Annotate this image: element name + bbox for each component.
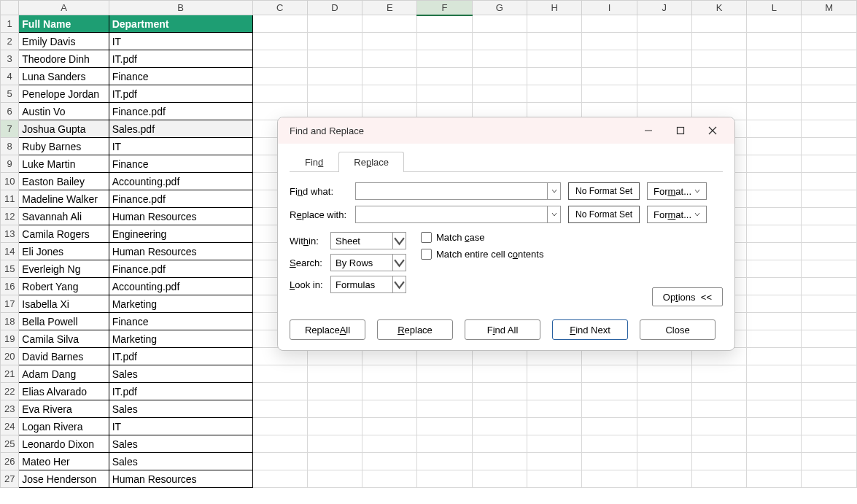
cell[interactable] [362,418,417,435]
cell[interactable] [637,453,691,470]
cell[interactable] [802,453,857,470]
cell[interactable] [802,138,857,155]
cell[interactable] [472,400,527,418]
cell[interactable]: Penelope Jordan [19,85,109,103]
cell[interactable] [417,85,472,103]
cell[interactable] [527,435,582,453]
cell[interactable] [527,50,582,68]
cell[interactable]: IT [109,33,252,50]
cell[interactable] [747,470,802,488]
cell[interactable] [747,365,802,383]
cell[interactable] [691,400,746,418]
cell[interactable] [362,400,417,418]
cell[interactable] [582,435,637,453]
cell[interactable] [582,33,637,50]
row-header-2[interactable]: 2 [1,33,19,50]
cell[interactable]: Sales [109,435,252,453]
cell[interactable]: Sales.pdf [109,120,252,138]
cell[interactable] [582,365,637,383]
chevron-down-icon[interactable] [392,255,406,271]
cell[interactable] [637,33,691,50]
cell[interactable] [802,348,857,365]
cell[interactable] [472,365,527,383]
cell[interactable] [802,470,857,488]
cell[interactable] [362,365,417,383]
cell[interactable] [637,383,691,400]
cell[interactable] [802,225,857,243]
row-header-3[interactable]: 3 [1,50,19,68]
cell[interactable] [362,470,417,488]
cell[interactable]: Mateo Her [19,453,109,470]
row-header-21[interactable]: 21 [1,365,19,383]
cell[interactable] [417,383,472,400]
cell[interactable]: Bella Powell [19,313,109,330]
column-header-F[interactable]: F [417,1,472,15]
column-header-D[interactable]: D [307,1,362,15]
cell[interactable] [307,68,362,85]
cell[interactable] [527,453,582,470]
cell[interactable] [802,435,857,453]
find-what-combo[interactable] [355,182,561,200]
find-next-button[interactable]: Find Next [552,319,628,340]
cell[interactable] [417,400,472,418]
cell[interactable] [747,50,802,68]
cell[interactable] [691,383,746,400]
cell[interactable] [691,470,746,488]
cell[interactable] [747,243,802,260]
cell[interactable] [582,453,637,470]
cell[interactable]: Logan Rivera [19,418,109,435]
cell[interactable] [802,295,857,313]
cell[interactable] [582,85,637,103]
cell[interactable] [307,470,362,488]
cell[interactable] [747,33,802,50]
cell[interactable] [637,15,691,33]
cell[interactable]: Isabella Xi [19,295,109,313]
column-header-B[interactable]: B [109,1,252,15]
cell[interactable] [802,330,857,348]
cell[interactable] [802,208,857,225]
row-header-12[interactable]: 12 [1,208,19,225]
cell[interactable] [747,155,802,173]
cell[interactable] [747,68,802,85]
cell[interactable]: Theodore Dinh [19,50,109,68]
row-header-20[interactable]: 20 [1,348,19,365]
cell[interactable]: Human Resources [109,243,252,260]
cell[interactable] [802,260,857,278]
cell[interactable] [527,470,582,488]
cell[interactable] [307,435,362,453]
cell[interactable] [747,225,802,243]
cell[interactable] [417,365,472,383]
row-header-15[interactable]: 15 [1,260,19,278]
cell[interactable]: Full Name [19,15,109,33]
cell[interactable]: Human Resources [109,470,252,488]
cell[interactable] [691,418,746,435]
replace-format-button[interactable]: Format... [647,206,707,223]
cell[interactable]: Sales [109,400,252,418]
column-header-G[interactable]: G [472,1,527,15]
cell[interactable]: Elias Alvarado [19,383,109,400]
cell[interactable] [802,383,857,400]
row-header-13[interactable]: 13 [1,225,19,243]
cell[interactable] [637,68,691,85]
cell[interactable] [582,400,637,418]
cell[interactable]: Department [109,15,252,33]
cell[interactable] [802,103,857,120]
cell[interactable] [252,383,307,400]
cell[interactable] [252,435,307,453]
cell[interactable] [747,190,802,208]
cell[interactable] [362,435,417,453]
cell[interactable]: Emily Davis [19,33,109,50]
cell[interactable]: Madeline Walker [19,190,109,208]
cell[interactable] [472,33,527,50]
cell[interactable] [802,400,857,418]
chevron-down-icon[interactable] [392,276,406,292]
column-header-A[interactable]: A [19,1,109,15]
select-all-corner[interactable] [1,1,19,15]
row-header-7[interactable]: 7 [1,120,19,138]
row-header-11[interactable]: 11 [1,190,19,208]
cell[interactable] [802,68,857,85]
cell[interactable] [747,120,802,138]
cell[interactable]: Easton Bailey [19,173,109,190]
cell[interactable]: Camila Silva [19,330,109,348]
cell[interactable] [252,15,307,33]
